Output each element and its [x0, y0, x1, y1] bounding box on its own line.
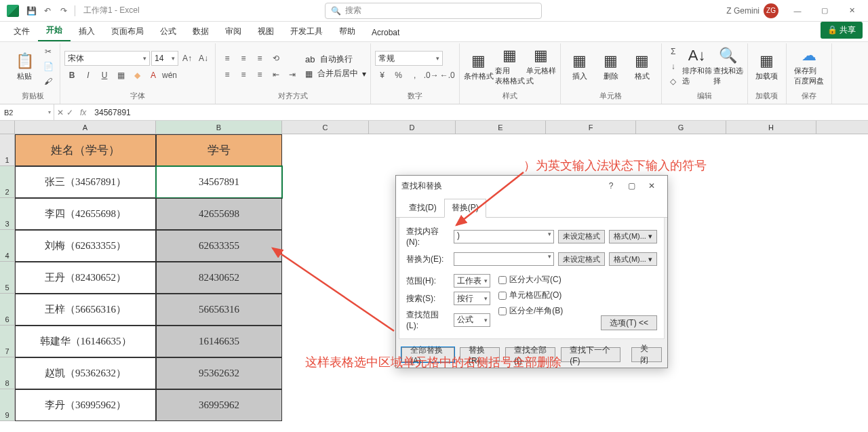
orientation-icon[interactable]: ⟲	[269, 52, 283, 65]
cell-b6[interactable]: 56656316	[156, 294, 282, 326]
merge-center-button[interactable]: ▦ 合并后居中 ▾	[305, 68, 366, 79]
col-header-c[interactable]: C	[282, 121, 369, 134]
decrease-font-icon[interactable]: A↓	[196, 52, 211, 65]
row-header-2[interactable]: 2	[0, 166, 14, 198]
lookin-select[interactable]: 公式	[454, 313, 490, 327]
conditional-format-button[interactable]: ▦条件格式	[464, 44, 494, 89]
align-top-icon[interactable]: ≡	[220, 52, 235, 65]
row-header-7[interactable]: 7	[0, 326, 14, 357]
phonetic-button[interactable]: wén	[162, 68, 177, 82]
tab-formulas[interactable]: 公式	[152, 22, 184, 41]
baidu-save-button[interactable]: ☁保存到 百度网盘	[791, 44, 827, 89]
tab-insert[interactable]: 插入	[71, 22, 103, 41]
accept-formula-icon[interactable]: ✓	[66, 108, 73, 117]
find-format-button[interactable]: 格式(M)... ▾	[609, 230, 657, 243]
scope-select[interactable]: 工作表	[454, 274, 490, 288]
format-painter-icon[interactable]: 🖌	[41, 75, 56, 88]
table-format-button[interactable]: ▦套用 表格格式	[495, 44, 525, 89]
col-header-g[interactable]: G	[636, 121, 726, 134]
dialog-close-button[interactable]: 关闭	[631, 347, 663, 362]
cell-styles-button[interactable]: ▦单元格样式	[526, 44, 556, 89]
tab-data[interactable]: 数据	[184, 22, 217, 41]
col-header-h[interactable]: H	[726, 121, 816, 134]
select-all-corner[interactable]	[0, 121, 15, 134]
increase-decimal-icon[interactable]: .0→	[424, 68, 439, 82]
indent-decrease-icon[interactable]: ⇤	[269, 68, 283, 81]
row-header-6[interactable]: 6	[0, 294, 14, 326]
col-header-f[interactable]: F	[546, 121, 636, 134]
cell-a7[interactable]: 韩建华（16146635）	[15, 326, 156, 357]
font-color-button[interactable]: A	[146, 68, 161, 82]
currency-icon[interactable]: ¥	[375, 68, 390, 82]
cell-b4[interactable]: 62633355	[156, 230, 282, 262]
match-case-checkbox[interactable]: 区分大小写(C)	[498, 274, 563, 286]
tab-pagelayout[interactable]: 页面布局	[103, 22, 152, 41]
underline-button[interactable]: U	[97, 68, 112, 82]
close-button[interactable]: ✕	[838, 0, 865, 22]
increase-font-icon[interactable]: A↑	[180, 52, 195, 65]
col-header-a[interactable]: A	[15, 121, 156, 134]
cell-b1[interactable]: 学号	[156, 134, 282, 166]
row-header-8[interactable]: 8	[0, 357, 14, 389]
search-box[interactable]: 🔍 搜索	[325, 3, 542, 19]
options-toggle-button[interactable]: 选项(T) <<	[601, 315, 657, 330]
replace-with-input[interactable]: ▾	[454, 252, 554, 266]
tab-help[interactable]: 帮助	[331, 22, 363, 41]
paste-button[interactable]: 📋粘贴	[9, 44, 39, 89]
minimize-button[interactable]: —	[784, 0, 811, 22]
format-button[interactable]: ▦格式	[627, 44, 657, 89]
cell-a2[interactable]: 张三（34567891）	[15, 166, 156, 198]
cell-b7[interactable]: 16146635	[156, 326, 282, 357]
cell-b5[interactable]: 82430652	[156, 262, 282, 294]
cell-a3[interactable]: 李四（42655698）	[15, 198, 156, 230]
find-select-button[interactable]: 🔍查找和选择	[713, 44, 743, 89]
cell-b2[interactable]: 34567891	[156, 166, 282, 198]
dialog-close-icon[interactable]: ✕	[642, 181, 662, 191]
redo-icon[interactable]: ↷	[56, 3, 72, 19]
delete-button[interactable]: ▦删除	[596, 44, 626, 89]
col-header-d[interactable]: D	[369, 121, 456, 134]
replace-format-button[interactable]: 格式(M)... ▾	[609, 252, 657, 266]
cell-a6[interactable]: 王梓（56656316）	[15, 294, 156, 326]
cell-a4[interactable]: 刘梅（62633355）	[15, 230, 156, 262]
row-header-9[interactable]: 9	[0, 389, 14, 421]
comma-icon[interactable]: ,	[408, 68, 422, 82]
row-header-3[interactable]: 3	[0, 198, 14, 230]
dialog-tab-find[interactable]: 查找(D)	[401, 199, 444, 217]
number-format-combo[interactable]: 常规	[375, 51, 443, 66]
find-next-button[interactable]: 查找下一个(F)	[561, 347, 620, 362]
tab-acrobat[interactable]: Acrobat	[363, 24, 408, 41]
fill-icon[interactable]: ↓	[666, 60, 681, 73]
col-header-b[interactable]: B	[156, 121, 282, 134]
undo-icon[interactable]: ↶	[39, 3, 56, 19]
tab-developer[interactable]: 开发工具	[282, 22, 331, 41]
fill-color-button[interactable]: ◆	[130, 68, 144, 82]
indent-increase-icon[interactable]: ⇥	[285, 68, 300, 81]
bold-button[interactable]: B	[64, 68, 79, 82]
copy-icon[interactable]: 📄	[41, 60, 56, 73]
decrease-decimal-icon[interactable]: ←.0	[440, 68, 455, 82]
row-header-4[interactable]: 4	[0, 230, 14, 262]
percent-icon[interactable]: %	[391, 68, 406, 82]
dialog-maximize-icon[interactable]: ▢	[621, 181, 642, 191]
sort-filter-button[interactable]: A↓排序和筛选	[682, 44, 712, 89]
find-content-input[interactable]: )▾	[454, 230, 554, 243]
fx-icon[interactable]: fx	[76, 108, 90, 117]
share-button[interactable]: 🔒 共享	[821, 22, 863, 39]
clear-icon[interactable]: ◇	[666, 75, 681, 88]
match-width-checkbox[interactable]: 区分全/半角(B)	[498, 305, 563, 317]
cell-a8[interactable]: 赵凯（95362632）	[15, 357, 156, 389]
tab-file[interactable]: 文件	[5, 22, 38, 41]
dialog-tab-replace[interactable]: 替换(P)	[444, 199, 486, 218]
cancel-formula-icon[interactable]: ✕	[57, 108, 64, 117]
row-header-1[interactable]: 1	[0, 134, 14, 166]
cell-a1[interactable]: 姓名（学号）	[15, 134, 156, 166]
name-box[interactable]: B2	[0, 104, 54, 120]
cut-icon[interactable]: ✂	[41, 45, 56, 58]
cell-a5[interactable]: 王丹（82430652）	[15, 262, 156, 294]
tab-review[interactable]: 审阅	[217, 22, 250, 41]
cell-a9[interactable]: 李丹（36995962）	[15, 389, 156, 421]
align-left-icon[interactable]: ≡	[220, 68, 235, 81]
col-header-e[interactable]: E	[456, 121, 546, 134]
insert-button[interactable]: ▦插入	[565, 44, 595, 89]
